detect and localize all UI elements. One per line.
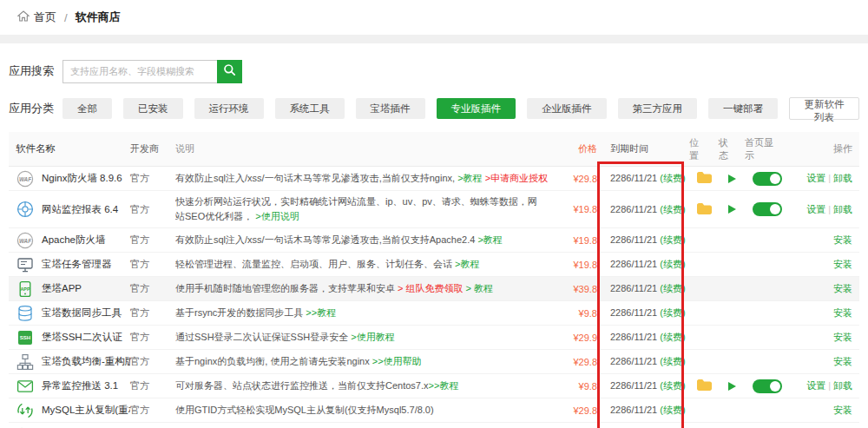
- category-tab-一键部署[interactable]: 一键部署: [708, 98, 778, 119]
- desc-text: 有效防止sql注入/xss/一句话木马等常见渗透攻击,当前仅支持Apache2.…: [175, 234, 477, 245]
- action-separator: |: [828, 173, 831, 183]
- svg-text:WAF: WAF: [19, 175, 31, 181]
- table-row: 网站监控报表 6.4 官方 快速分析网站运行状况，实时精确统计网站流量、ip、u…: [9, 191, 859, 228]
- header-developer: 开发商: [130, 142, 175, 155]
- software-name: 堡塔APP: [42, 282, 82, 295]
- header-expire-time: 到期时间: [599, 142, 689, 155]
- header-home-display: 首页显示: [745, 136, 790, 162]
- renew-link[interactable]: (续费): [660, 380, 685, 391]
- table-row: MySQL主从复制 官方 轻松实现MySQL一主多从复制，需要MySQL5.5及…: [9, 423, 859, 428]
- developer: 官方: [130, 379, 175, 392]
- settings-link[interactable]: 设置: [806, 173, 825, 183]
- update-software-list-button[interactable]: 更新软件列表: [789, 97, 859, 120]
- desc-text: 基于rsync开发的数据同步工具: [175, 307, 306, 318]
- desc-link[interactable]: >>教程: [306, 307, 336, 318]
- renew-link[interactable]: (续费): [660, 234, 685, 245]
- category-tab-专业版插件[interactable]: 专业版插件: [437, 98, 516, 119]
- home-display-toggle[interactable]: [753, 172, 782, 186]
- desc-link[interactable]: >申请商业授权: [485, 173, 548, 183]
- running-status-icon[interactable]: [728, 174, 736, 183]
- install-link[interactable]: 安装: [833, 307, 852, 318]
- waf-icon: WAF: [16, 169, 35, 188]
- home-display-toggle[interactable]: [753, 202, 782, 216]
- developer: 官方: [130, 331, 175, 344]
- price: ¥9.8: [549, 308, 599, 319]
- description: 快速分析网站运行状况，实时精确统计网站流量、ip、uv、pv、请求、蜘蛛等数据，…: [175, 191, 549, 227]
- renew-link[interactable]: (续费): [660, 283, 685, 293]
- header-location: 位置: [689, 136, 719, 162]
- table-row: 异常监控推送 3.1 官方 可对服务器、站点状态进行监控推送，当前仅支持Cent…: [9, 374, 859, 398]
- desc-link[interactable]: >教程: [477, 234, 502, 245]
- folder-icon[interactable]: [696, 202, 713, 217]
- renew-link[interactable]: (续费): [660, 173, 685, 183]
- waf-icon: WAF: [16, 231, 35, 250]
- category-tab-系统工具[interactable]: 系统工具: [275, 98, 345, 119]
- breadcrumb-home-link[interactable]: 首页: [17, 10, 56, 25]
- svg-text:SSH: SSH: [20, 335, 30, 340]
- category-tab-运行环境[interactable]: 运行环境: [194, 98, 264, 119]
- expire-date: 2286/11/21: [610, 234, 657, 245]
- category-tab-全部[interactable]: 全部: [62, 98, 112, 119]
- sync-icon: [16, 401, 35, 420]
- breadcrumb-home-label: 首页: [34, 10, 56, 25]
- install-link[interactable]: 安装: [833, 405, 852, 415]
- install-link[interactable]: 安装: [833, 259, 852, 269]
- software-name: MySQL主从复制(重构版): [42, 404, 130, 417]
- desc-link[interactable]: >>使用帮助: [372, 356, 422, 366]
- install-link[interactable]: 安装: [833, 356, 852, 366]
- description: 使用手机随时随地管理您的服务器，支持苹果和安卓 > 组队免费领取 > 教程: [175, 282, 549, 295]
- uninstall-link[interactable]: 卸载: [833, 173, 852, 183]
- settings-link[interactable]: 设置: [806, 380, 825, 391]
- uninstall-link[interactable]: 卸载: [833, 380, 852, 391]
- desc-text: 快速分析网站运行状况，实时精确统计网站流量、ip、uv、pv、请求、蜘蛛等数据，…: [175, 196, 537, 221]
- table-row: 宝塔数据同步工具 官方 基于rsync开发的数据同步工具 >>教程 ¥9.8 2…: [9, 301, 859, 326]
- expire-date: 2286/11/21: [610, 173, 657, 183]
- row-actions: 设置|卸载: [790, 203, 859, 216]
- header-price: 价格: [549, 142, 599, 155]
- desc-link[interactable]: >使用说明: [255, 211, 299, 221]
- uninstall-link[interactable]: 卸载: [833, 204, 852, 214]
- desc-text: 轻松管理进程、流量监控、启动项、用户、服务、计划任务、会话: [175, 259, 455, 269]
- software-table: 软件名称 开发商 说明 价格 到期时间 位置 状态 首页显示 操作 WAF Ng…: [9, 132, 859, 428]
- renew-link[interactable]: (续费): [660, 307, 685, 318]
- renew-link[interactable]: (续费): [660, 332, 685, 342]
- renew-link[interactable]: (续费): [660, 204, 685, 214]
- install-link[interactable]: 安装: [833, 234, 852, 245]
- category-tab-宝塔插件[interactable]: 宝塔插件: [356, 98, 425, 119]
- description: 基于rsync开发的数据同步工具 >>教程: [175, 306, 549, 319]
- running-status-icon[interactable]: [728, 205, 736, 214]
- developer: 官方: [130, 355, 175, 368]
- developer: 官方: [130, 282, 175, 295]
- category-tab-第三方应用[interactable]: 第三方应用: [618, 98, 698, 119]
- top-bar: 首页 / 软件商店: [0, 0, 868, 35]
- ssh-icon: SSH: [16, 328, 35, 347]
- category-tab-企业版插件[interactable]: 企业版插件: [527, 98, 607, 119]
- desc-link[interactable]: >教程: [455, 259, 479, 269]
- row-actions: 安装: [790, 282, 859, 295]
- folder-icon[interactable]: [696, 379, 713, 393]
- app-search-row: 应用搜索: [9, 59, 859, 83]
- install-link[interactable]: 安装: [833, 283, 852, 293]
- install-link[interactable]: 安装: [833, 332, 852, 342]
- category-tab-已安装[interactable]: 已安装: [123, 98, 183, 119]
- renew-link[interactable]: (续费): [660, 259, 685, 269]
- desc-link[interactable]: >使用教程: [351, 332, 394, 342]
- row-actions: 设置|卸载: [790, 379, 859, 392]
- renew-link[interactable]: (续费): [660, 405, 685, 415]
- settings-link[interactable]: 设置: [806, 204, 825, 214]
- search-input[interactable]: [62, 60, 217, 83]
- desc-link[interactable]: >教程: [457, 173, 482, 183]
- home-display-toggle[interactable]: [753, 379, 782, 393]
- desc-text: 使用GTID方式轻松实现MySQL主从复制(仅支持Mysql5.7/8.0): [175, 405, 434, 415]
- desc-link[interactable]: > 教程: [466, 283, 493, 293]
- desc-link[interactable]: >>教程: [429, 380, 459, 391]
- search-button[interactable]: [217, 60, 242, 83]
- desc-link[interactable]: > 组队免费领取: [398, 283, 463, 293]
- expire-date: 2286/11/21: [610, 332, 657, 342]
- expire-date: 2286/11/21: [610, 283, 657, 293]
- task-manager-icon: [16, 255, 35, 274]
- running-status-icon[interactable]: [728, 382, 736, 391]
- description: 轻松管理进程、流量监控、启动项、用户、服务、计划任务、会话 >教程: [175, 258, 549, 271]
- renew-link[interactable]: (续费): [660, 356, 685, 366]
- folder-icon[interactable]: [696, 171, 713, 186]
